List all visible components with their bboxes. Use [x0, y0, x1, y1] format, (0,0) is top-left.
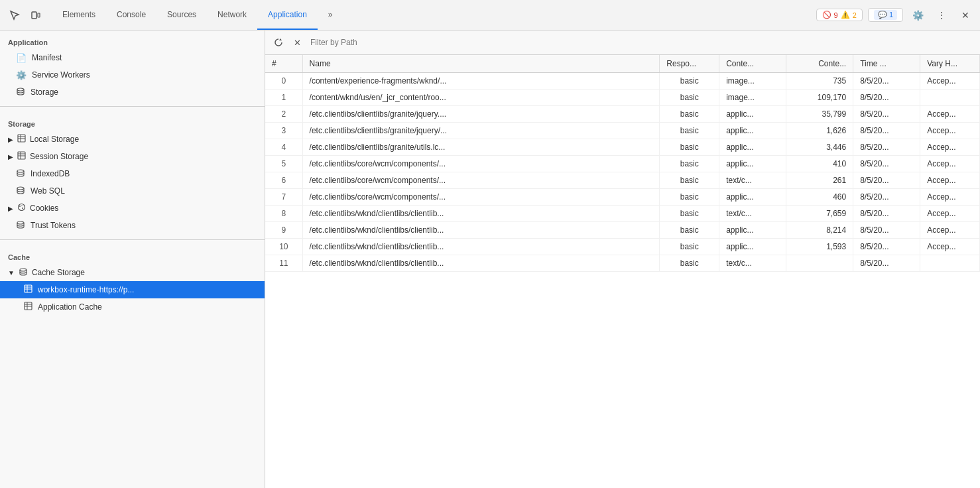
sidebar-item-service-workers[interactable]: ⚙️ Service Workers [0, 66, 265, 84]
table-body: 0 /content/experience-fragments/wknd/...… [265, 73, 980, 272]
sidebar-item-web-sql[interactable]: Web SQL [0, 182, 265, 200]
cell-vary: Accep... [920, 139, 980, 156]
col-header-vary: Vary H... [920, 55, 980, 73]
close-icon[interactable]: ✕ [956, 6, 975, 25]
cell-num: 3 [265, 123, 302, 139]
cell-num: 1 [265, 90, 302, 106]
sidebar-item-manifest-label: Manifest [32, 53, 62, 62]
sidebar-item-manifest[interactable]: 📄 Manifest [0, 49, 265, 66]
sidebar-item-cache-storage-label: Cache Storage [32, 268, 85, 277]
sidebar-item-workbox-runtime[interactable]: workbox-runtime-https://p... [0, 281, 265, 298]
table-row[interactable]: 2 /etc.clientlibs/clientlibs/granite/jqu… [265, 106, 980, 123]
cell-vary: Accep... [920, 206, 980, 222]
local-storage-icon [17, 134, 26, 145]
manifest-icon: 📄 [16, 53, 27, 63]
device-icon[interactable] [27, 6, 45, 25]
table-row[interactable]: 1 /content/wknd/us/en/_jcr_content/roo..… [265, 90, 980, 106]
svg-point-13 [19, 204, 25, 211]
sidebar-item-service-workers-label: Service Workers [32, 70, 90, 80]
sidebar-section-storage: Storage [0, 112, 265, 131]
svg-point-16 [21, 205, 22, 206]
col-header-content-length: Conte... [786, 55, 853, 73]
table-row[interactable]: 5 /etc.clientlibs/core/wcm/components/..… [265, 156, 980, 172]
cookies-arrow-icon: ▶ [8, 205, 13, 212]
sidebar-item-storage-top[interactable]: Storage [0, 84, 265, 101]
tab-application[interactable]: Application [257, 0, 318, 30]
tab-network[interactable]: Network [207, 0, 257, 30]
cell-name: /etc.clientlibs/wknd/clientlibs/clientli… [302, 239, 660, 255]
cell-content-length [786, 255, 853, 272]
table-header: # Name Respo... Conte... Conte... Time .… [265, 55, 980, 73]
clear-button[interactable]: ✕ [289, 34, 305, 50]
session-storage-arrow-icon: ▶ [8, 153, 13, 160]
cell-content-type: image... [719, 90, 786, 106]
cache-table: # Name Respo... Conte... Conte... Time .… [265, 55, 980, 488]
sidebar-item-local-storage[interactable]: ▶ Local Storage [0, 131, 265, 148]
cell-response: basic [660, 255, 719, 272]
col-header-num: # [265, 55, 302, 73]
table-row[interactable]: 11 /etc.clientlibs/wknd/clientlibs/clien… [265, 255, 980, 272]
cell-response: basic [660, 106, 719, 123]
sidebar-item-workbox-runtime-label: workbox-runtime-https://p... [38, 285, 134, 294]
cell-time: 8/5/20... [853, 172, 920, 189]
cell-content-length: 35,799 [786, 106, 853, 123]
refresh-button[interactable] [271, 34, 286, 50]
service-workers-icon: ⚙️ [16, 70, 27, 80]
svg-point-18 [20, 269, 27, 271]
storage-top-icon [16, 87, 25, 98]
sidebar-item-cookies[interactable]: ▶ Cookies [0, 200, 265, 217]
cell-response: basic [660, 222, 719, 239]
cursor-icon[interactable] [5, 6, 24, 25]
cell-response: basic [660, 172, 719, 189]
cell-content-type: applic... [719, 156, 786, 172]
more-options-icon[interactable]: ⋮ [932, 6, 951, 25]
web-sql-icon [16, 186, 25, 197]
sidebar-item-session-storage[interactable]: ▶ Session Storage [0, 148, 265, 165]
cell-num: 5 [265, 156, 302, 172]
table-row[interactable]: 7 /etc.clientlibs/core/wcm/components/..… [265, 189, 980, 206]
svg-rect-1 [38, 13, 40, 17]
sidebar-item-indexeddb[interactable]: IndexedDB [0, 165, 265, 182]
table-row[interactable]: 0 /content/experience-fragments/wknd/...… [265, 73, 980, 90]
cell-vary: Accep... [920, 189, 980, 206]
cache-storage-icon [19, 267, 28, 278]
error-badge-group[interactable]: 🚫 9 ⚠️ 2 [816, 9, 863, 21]
cell-num: 9 [265, 222, 302, 239]
trust-tokens-icon [16, 220, 25, 231]
table-row[interactable]: 6 /etc.clientlibs/core/wcm/components/..… [265, 172, 980, 189]
error-icon: 🚫 [822, 11, 831, 19]
filter-input[interactable] [308, 36, 975, 48]
msg-badge-group[interactable]: 💬 1 [868, 8, 903, 22]
sidebar-item-cookies-label: Cookies [30, 204, 58, 213]
cell-name: /content/experience-fragments/wknd/... [302, 73, 660, 90]
col-header-time: Time ... [853, 55, 920, 73]
application-cache-icon [24, 302, 32, 312]
tab-sources[interactable]: Sources [156, 0, 207, 30]
main-layout: Application 📄 Manifest ⚙️ Service Worker… [0, 30, 980, 488]
cell-time: 8/5/20... [853, 73, 920, 90]
table-row[interactable]: 3 /etc.clientlibs/clientlibs/granite/jqu… [265, 123, 980, 139]
msg-count: 💬 1 [874, 10, 897, 20]
cell-response: basic [660, 73, 719, 90]
cell-vary: Accep... [920, 156, 980, 172]
table-row[interactable]: 8 /etc.clientlibs/wknd/clientlibs/client… [265, 206, 980, 222]
cell-name: /content/wknd/us/en/_jcr_content/roo... [302, 90, 660, 106]
col-header-response: Respo... [660, 55, 719, 73]
tab-more[interactable]: » [318, 0, 343, 30]
cell-vary: Accep... [920, 123, 980, 139]
table-row[interactable]: 4 /etc.clientlibs/clientlibs/granite/uti… [265, 139, 980, 156]
table-row[interactable]: 10 /etc.clientlibs/wknd/clientlibs/clien… [265, 239, 980, 255]
cell-time: 8/5/20... [853, 206, 920, 222]
cell-name: /etc.clientlibs/clientlibs/granite/jquer… [302, 123, 660, 139]
cell-response: basic [660, 189, 719, 206]
tab-elements[interactable]: Elements [52, 0, 106, 30]
sidebar-item-cache-storage[interactable]: ▼ Cache Storage [0, 264, 265, 281]
sidebar-item-application-cache[interactable]: Application Cache [0, 298, 265, 316]
cell-content-length: 8,214 [786, 222, 853, 239]
svg-point-15 [22, 208, 23, 209]
settings-icon[interactable]: ⚙️ [908, 6, 927, 25]
tab-console[interactable]: Console [106, 0, 156, 30]
sidebar-item-trust-tokens[interactable]: Trust Tokens [0, 217, 265, 234]
cell-name: /etc.clientlibs/clientlibs/granite/utils… [302, 139, 660, 156]
table-row[interactable]: 9 /etc.clientlibs/wknd/clientlibs/client… [265, 222, 980, 239]
